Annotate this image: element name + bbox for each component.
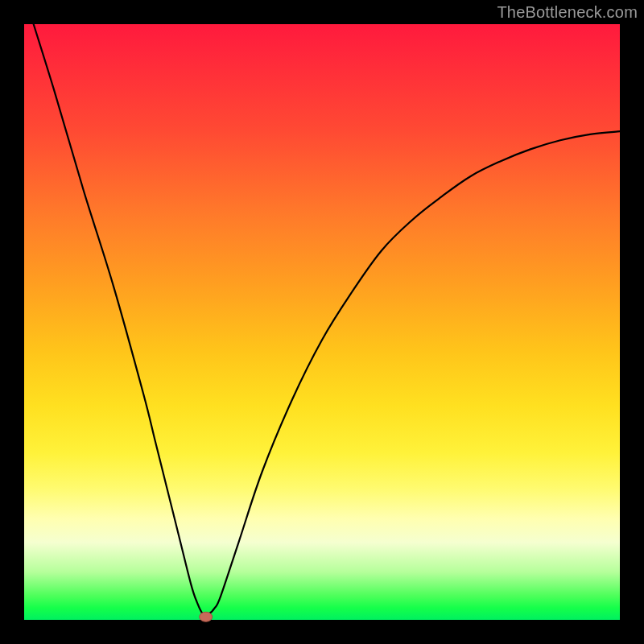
min-point-marker	[200, 612, 213, 621]
plot-area	[24, 24, 620, 620]
bottleneck-curve	[24, 0, 620, 615]
watermark-label: TheBottleneck.com	[497, 3, 638, 22]
chart-frame: TheBottleneck.com	[0, 0, 644, 644]
chart-svg	[24, 24, 620, 620]
